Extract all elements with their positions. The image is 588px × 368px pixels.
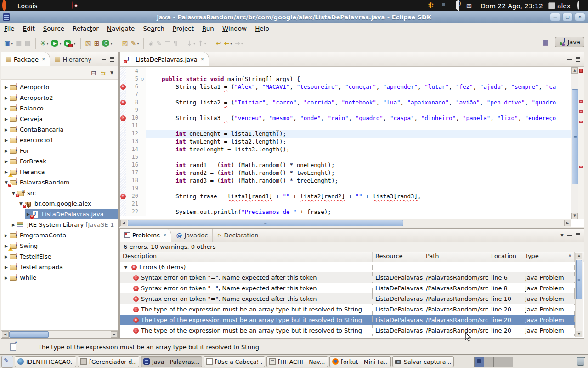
menu-run[interactable]: Run <box>198 23 218 34</box>
code-line-8[interactable]: ✕8 String lista2 = ("Iniciar", "carro", … <box>120 98 571 106</box>
scroll-down-button[interactable]: ▼ <box>571 213 578 219</box>
open-resource-button[interactable]: ▨ <box>120 37 129 49</box>
update-notifier-icon[interactable]: ✱ <box>428 2 436 10</box>
code-line-9[interactable]: 9 <box>120 106 571 114</box>
tree-item-src[interactable]: ▼src <box>1 188 118 198</box>
scroll-down-button[interactable]: ▼ <box>576 331 582 337</box>
code-line-21[interactable]: 21 <box>120 200 571 208</box>
trash-icon[interactable] <box>577 357 584 366</box>
problem-row[interactable]: ✕The type of the expression must be an a… <box>120 315 575 325</box>
tree-item-while[interactable]: ▶While <box>1 272 118 283</box>
error-marker-icon[interactable]: ✕ <box>120 83 126 91</box>
code-line-10[interactable]: ✕10 String lista3 = ("venceu", "mesmo", … <box>120 114 571 122</box>
code-line-19[interactable]: 19 <box>120 184 571 192</box>
tree-item-exerciocio1[interactable]: ▶exerciocio1 <box>1 135 118 145</box>
minimize-view-icon[interactable] <box>567 59 572 60</box>
window-titlebar[interactable]: Java - PalavrasRandom/src/br/com/google/… <box>0 12 588 23</box>
code-line-18[interactable]: 18 int rand3 = (int) (Math.random() * tr… <box>120 177 571 184</box>
scroll-right-button[interactable]: ▶ <box>111 331 118 338</box>
maximize-view-icon[interactable] <box>576 233 580 237</box>
taskbar-button-salvar-captura[interactable]: Salvar captura ... <box>392 356 454 367</box>
menu-window[interactable]: Window <box>218 23 251 34</box>
menu-project[interactable]: Project <box>169 23 198 34</box>
tab-javadoc[interactable]: @Javadoc <box>171 229 213 242</box>
column-header-description[interactable]: Description <box>120 252 373 262</box>
problem-row[interactable]: ✕The type of the expression must be an a… <box>120 325 575 336</box>
tree-item-palavrasrandom[interactable]: ▼PalavrasRandom <box>1 177 118 188</box>
new-java-package-button[interactable]: ⊞ <box>93 37 101 49</box>
java-perspective-button[interactable]: Java <box>555 37 584 47</box>
tab-package[interactable]: Package✕ <box>1 52 50 66</box>
collapsed-arrow-icon[interactable]: ▶ <box>3 127 9 132</box>
taskbar-button-hitachi-nav[interactable]: [HITACHI - Nav... <box>266 356 328 367</box>
code-line-14[interactable]: 14 int treeLenght = lista3.length(); <box>120 145 571 153</box>
code-line-13[interactable]: 13 int twoLenght = lista2.length(); <box>120 138 571 145</box>
menu-refactor[interactable]: Refactor <box>68 23 103 34</box>
collapsed-arrow-icon[interactable]: ▶ <box>3 106 9 111</box>
error-mark[interactable] <box>579 110 583 113</box>
tree-item-cerveja[interactable]: ▶Cerveja <box>1 114 118 124</box>
menu-source[interactable]: Source <box>39 23 68 34</box>
tree-item-for[interactable]: ▶For <box>1 145 118 156</box>
power-icon[interactable] <box>577 2 586 10</box>
tree-item-aeroporto2[interactable]: ▶Aeroporto2 <box>1 92 118 103</box>
collapsed-arrow-icon[interactable]: ▶ <box>3 149 9 153</box>
tree-item-aeroporto[interactable]: ▶Aeroporto <box>1 82 118 92</box>
fold-minus-icon[interactable]: ⊖ <box>139 75 146 83</box>
open-perspective-icon[interactable]: ▦ <box>543 39 548 46</box>
tree-item-programaconta[interactable]: ▶ProgramaConta <box>1 230 118 241</box>
minimize-view-icon[interactable] <box>567 235 572 236</box>
menu-edit[interactable]: Edit <box>19 23 39 34</box>
error-marker-icon[interactable]: ✕ <box>120 98 126 106</box>
workspace-1[interactable] <box>475 357 484 367</box>
collapsed-arrow-icon[interactable]: ▶ <box>3 265 9 270</box>
ubuntu-logo-icon[interactable] <box>2 2 11 10</box>
view-menu-icon[interactable]: ▼ <box>560 233 564 237</box>
last-edit-location-button[interactable]: ↩ <box>215 37 223 49</box>
code-line-4[interactable]: 4 <box>120 67 571 75</box>
collapsed-arrow-icon[interactable]: ▶ <box>3 233 9 238</box>
problem-row[interactable]: ✕Syntax error on token "=", Name expecte… <box>120 283 575 293</box>
code-line-12[interactable]: 12 int oneLenght = lista1.length(); <box>120 130 571 138</box>
run-button[interactable]: ▶▾ <box>50 37 62 49</box>
collapsed-arrow-icon[interactable]: ▶ <box>3 254 9 259</box>
collapsed-arrow-icon[interactable]: ▶ <box>3 138 9 143</box>
tab-problems[interactable]: Problems✕ <box>120 229 171 242</box>
view-menu-icon[interactable]: ▼ <box>110 70 113 75</box>
tree-item-heran-a[interactable]: ▶Herança <box>1 167 118 177</box>
run-external-tools-button[interactable]: ▶▾ <box>62 37 77 49</box>
username[interactable]: alex <box>557 2 571 10</box>
code-line-16[interactable]: 16 int rand1 = (int) (Math.random() * on… <box>120 161 571 169</box>
code-line-7[interactable]: 7 <box>120 91 571 98</box>
help-launcher-icon[interactable] <box>72 2 80 10</box>
debug-button[interactable]: ✳▾ <box>39 37 50 49</box>
menu-navigate[interactable]: Navigate <box>103 23 139 34</box>
show-desktop-button[interactable] <box>1 356 13 368</box>
scroll-left-button[interactable]: ◀ <box>120 220 127 226</box>
tree-item-forbreak[interactable]: ▶ForBreak <box>1 156 118 167</box>
close-button[interactable]: ✕ <box>575 13 585 21</box>
back-button[interactable]: ←▾ <box>222 37 233 49</box>
editor-tab-listadepalavras[interactable]: ListaDePalavras.java ✕ <box>120 52 209 66</box>
tree-item-balanco[interactable]: ▶Balanco <box>1 103 118 114</box>
problems-group-row[interactable]: ▼✕Errors (6 items) <box>120 262 575 272</box>
scroll-right-button[interactable]: ▶ <box>564 220 571 226</box>
tree-item-contabancaria[interactable]: ▶ContaBancaria <box>1 124 118 135</box>
tab-hierarchy[interactable]: Hierarchy <box>50 52 96 66</box>
code-line-22[interactable]: 22 System.out.println("Precisamos de " +… <box>120 208 571 216</box>
collapsed-arrow-icon[interactable]: ▶ <box>11 223 17 227</box>
column-header-type[interactable]: Type∧ <box>522 252 575 262</box>
maximize-view-icon[interactable] <box>576 58 580 62</box>
menu-search[interactable]: Search <box>139 23 168 34</box>
collapsed-arrow-icon[interactable]: ▶ <box>3 85 9 90</box>
workspace-4[interactable] <box>503 357 513 367</box>
maximize-view-icon[interactable] <box>110 58 114 62</box>
code-line-17[interactable]: 17 int rand2 = (int) (Math.random() * tw… <box>120 169 571 177</box>
problem-row[interactable]: ✕Syntax error on token "=", Name expecte… <box>120 272 575 283</box>
maximize-button[interactable]: ▢ <box>562 13 573 21</box>
workspace-2[interactable] <box>484 357 494 367</box>
tree-item-swing[interactable]: ▶Swing <box>1 241 118 251</box>
problem-row[interactable]: ✕The type of the expression must be an a… <box>120 304 575 315</box>
user-status-icon[interactable] <box>548 2 555 9</box>
vscroll-thumb[interactable]: ≡ <box>572 89 578 184</box>
